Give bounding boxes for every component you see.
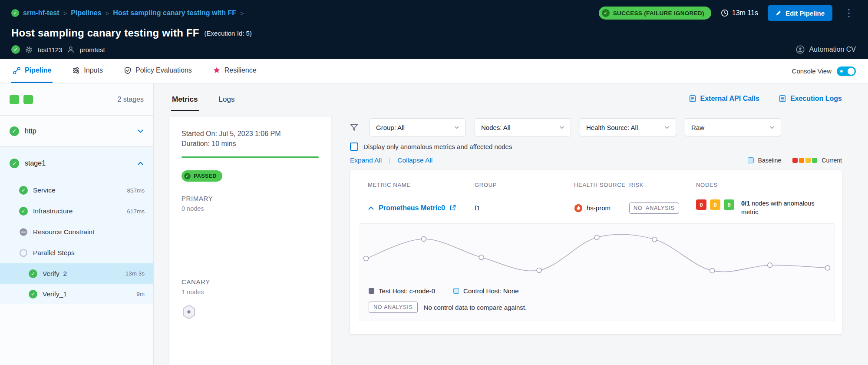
- breadcrumb-separator: >: [63, 10, 67, 17]
- prometheus-icon: [574, 204, 583, 212]
- policy-shield-icon: [124, 66, 132, 74]
- pipeline-icon: [13, 66, 21, 75]
- environment-tag[interactable]: promtest: [79, 46, 105, 53]
- filter-icon[interactable]: [350, 123, 358, 132]
- node-count-green: 0: [724, 199, 734, 210]
- tab-logs[interactable]: Logs: [218, 86, 236, 111]
- anomalous-filter-row: Display only anomalous metrics and affec…: [350, 143, 842, 151]
- chevron-down-icon: [769, 126, 775, 129]
- chart-data-point: [594, 235, 599, 240]
- passed-badge: ✓ PASSED: [182, 170, 222, 182]
- current-green-swatch: [812, 158, 817, 163]
- project-icon: ✓: [11, 9, 19, 17]
- control-host-swatch: [453, 288, 459, 294]
- status-badge-label: SUCCESS (FAILURE IGNORED): [613, 10, 704, 17]
- resilience-icon: [213, 66, 221, 74]
- gear-icon: [25, 46, 33, 54]
- check-circle-icon: ✓: [29, 269, 37, 278]
- baseline-swatch: [748, 157, 754, 163]
- stage-count: 2 stages: [118, 96, 144, 103]
- sidebar-step-verify-2[interactable]: ✓ Verify_2 13m 3s: [0, 263, 153, 284]
- group-filter-select[interactable]: Group: All: [370, 118, 466, 136]
- resource-constraint-icon: [19, 228, 28, 236]
- chevron-up-icon[interactable]: [137, 161, 144, 166]
- collapse-all-link[interactable]: Collapse All: [397, 156, 432, 164]
- breadcrumb: ✓ srm-hf-test > Pipelines > Host samplin…: [11, 9, 244, 17]
- header: ✓ srm-hf-test > Pipelines > Host samplin…: [0, 0, 868, 59]
- no-analysis-row: NO ANALYSIS No control data to compare a…: [359, 302, 835, 313]
- tab-inputs[interactable]: Inputs: [71, 59, 104, 83]
- breadcrumb-pipeline-name[interactable]: Host sampling canary testing with FF: [113, 9, 236, 17]
- metric-chart-panel: Test Host: c-node-0 Control Host: None N…: [359, 223, 835, 321]
- canary-node-hexagon-icon[interactable]: [182, 304, 196, 320]
- tab-metrics[interactable]: Metrics: [171, 86, 199, 111]
- chart-data-point: [421, 237, 426, 242]
- breadcrumb-project[interactable]: srm-hf-test: [23, 9, 59, 17]
- check-circle-icon: ✓: [19, 207, 28, 216]
- clock-icon: [721, 9, 729, 17]
- metric-group: f1: [475, 204, 574, 212]
- verification-tabs-row: Metrics Logs External API Calls Executio…: [154, 83, 868, 114]
- stage-status-square[interactable]: [10, 95, 19, 104]
- breadcrumb-pipelines[interactable]: Pipelines: [71, 9, 101, 17]
- verification-duration: Duration: 10 mins: [182, 139, 319, 149]
- metric-chart-svg[interactable]: [359, 228, 835, 285]
- execution-logs-icon: [779, 95, 786, 103]
- expand-collapse-row: Expand All | Collapse All Baseline: [350, 156, 842, 164]
- nodes-summary: 0/1 nodes with anomalous metric: [741, 199, 831, 216]
- user-tag-icon: [67, 46, 75, 53]
- current-yellow-swatch: [805, 158, 811, 163]
- sidebar-step-resource-constraint[interactable]: Resource Constraint: [0, 222, 153, 242]
- sidebar-stage-stage1[interactable]: ✓ stage1: [0, 147, 153, 180]
- sidebar-step-service[interactable]: ✓ Service 857ms: [0, 180, 153, 201]
- stage1-group: ✓ stage1 ✓ Service 857ms ✓ Infrastructur…: [0, 147, 153, 304]
- check-circle-icon: ✓: [29, 290, 37, 299]
- status-badge: ✓ SUCCESS (FAILURE IGNORED): [599, 7, 711, 20]
- sidebar-step-infrastructure[interactable]: ✓ Infrastructure 617ms: [0, 201, 153, 222]
- chart-data-point: [768, 263, 772, 268]
- no-analysis-badge: NO ANALYSIS: [369, 302, 418, 313]
- filter-row: Group: All Nodes: All Health Source: All: [350, 118, 842, 136]
- external-link-icon[interactable]: [449, 205, 456, 211]
- canary-label: CANARY: [182, 278, 319, 285]
- stage-status-square[interactable]: [23, 95, 33, 104]
- edit-pipeline-button[interactable]: Edit Pipeline: [768, 5, 832, 21]
- collapse-metric-chevron-icon[interactable]: [368, 206, 374, 211]
- check-circle-icon: ✓: [19, 186, 28, 195]
- nodes-filter-select[interactable]: Nodes: All: [475, 118, 571, 136]
- service-tag[interactable]: test1123: [38, 46, 62, 53]
- anomalous-checkbox[interactable]: [350, 143, 358, 151]
- sidebar-stage-http[interactable]: ✓ http: [0, 116, 153, 147]
- tab-resilience[interactable]: Resilience: [211, 59, 258, 83]
- test-host-label: Test Host: c-node-0: [379, 287, 435, 295]
- tab-policy-evaluations[interactable]: Policy Evaluations: [122, 59, 193, 83]
- sidebar-step-parallel-steps[interactable]: Parallel Steps: [0, 242, 153, 263]
- more-options-icon[interactable]: ⋮: [842, 8, 856, 18]
- execution-duration: 13m 11s: [721, 9, 758, 17]
- app-root: ✓ srm-hf-test > Pipelines > Host samplin…: [0, 0, 868, 365]
- expand-all-link[interactable]: Expand All: [350, 156, 382, 164]
- chevron-down-icon[interactable]: [137, 129, 144, 134]
- chart-data-point: [479, 255, 484, 260]
- parallel-steps-icon: [19, 249, 28, 257]
- tab-pipeline[interactable]: Pipeline: [11, 59, 53, 83]
- check-circle-icon: ✓: [10, 126, 19, 136]
- execution-sidebar: 2 stages ✓ http ✓ stage1 ✓: [0, 83, 154, 365]
- execution-logs-link[interactable]: Execution Logs: [779, 95, 842, 103]
- metric-name-link[interactable]: Prometheus Metric0: [379, 204, 445, 212]
- stages-summary: 2 stages: [0, 83, 153, 116]
- chevron-down-icon: [559, 126, 564, 129]
- health-source-cell: hs-prom: [574, 204, 629, 212]
- chart-data-point: [537, 268, 541, 273]
- external-api-icon: [689, 95, 696, 103]
- anomalous-checkbox-label: Display only anomalous metrics and affec…: [363, 143, 512, 150]
- nodes-cell: 0 0 0 0/1 nodes with anomalous metric: [696, 199, 831, 216]
- health-source-filter-select[interactable]: Health Source: All: [580, 118, 676, 136]
- sidebar-step-verify-1[interactable]: ✓ Verify_1 9m: [0, 284, 153, 304]
- health-source-name: hs-prom: [587, 204, 611, 212]
- edit-icon: [776, 10, 782, 16]
- check-circle-icon: ✓: [10, 159, 19, 168]
- console-view-toggle[interactable]: [837, 66, 856, 76]
- data-type-select[interactable]: Raw: [685, 118, 781, 136]
- external-api-calls-link[interactable]: External API Calls: [689, 95, 759, 103]
